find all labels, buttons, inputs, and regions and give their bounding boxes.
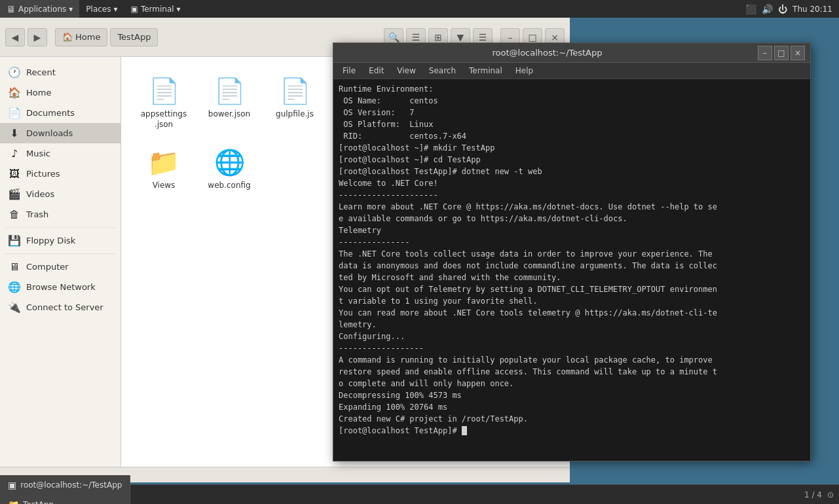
sidebar-icon-floppy: 💾 [8,234,21,247]
file-name: gulpfile.js [276,109,314,120]
terminal-menu-help[interactable]: Help [509,65,540,77]
power-icon[interactable]: ⏻ [778,4,787,14]
terminal-label: Terminal [141,5,174,14]
sidebar-icon-network: 🌐 [8,281,21,293]
sidebar-label-trash: Trash [26,209,48,219]
terminal-menu-edit[interactable]: Edit [362,65,390,77]
terminal-line: Expanding 100% 20764 ms [339,401,805,413]
terminal-line: A command is running to initially popula… [339,354,805,366]
places-label: Places [86,5,111,14]
taskbar-icon: 📁 [8,499,19,505]
scroll-icon: ⊙ [827,490,834,499]
volume-icon[interactable]: 🔊 [762,4,773,14]
sidebar-label-computer: Computer [26,262,69,272]
display-icon[interactable]: ⬛ [745,4,756,14]
terminal-line: Configuring... [339,331,805,342]
sidebar-label-server: Connect to Server [26,302,103,312]
terminal-line: RID: centos.7-x64 [339,130,805,142]
terminal-close-button[interactable]: × [791,46,805,60]
taskbar-item-testapp-task[interactable]: 📁 TestApp [0,495,130,505]
terminal-line: The .NET Core tools collect usage data i… [339,248,805,260]
sidebar-item-recent[interactable]: 🕐 Recent [0,62,121,82]
terminal-menubar: FileEditViewSearchTerminalHelp [333,63,810,79]
terminal-arrow: ▾ [177,5,181,14]
taskbar-right: 1 / 4 ⊙ [804,490,834,499]
sidebar-item-videos[interactable]: 🎬 Videos [0,184,121,204]
file-item[interactable]: 🌐web.config [200,141,259,196]
terminal-line: Learn more about .NET Core @ https://aka… [339,201,805,213]
back-button[interactable]: ◀ [5,28,25,46]
sidebar: 🕐 Recent🏠 Home📄 Documents⬇ Downloads♪ Mu… [0,57,121,467]
taskbar-label: TestApp [23,500,54,505]
sidebar-item-pictures[interactable]: 🖼 Pictures [0,164,121,184]
terminal-line: Telemetry [339,225,805,236]
sidebar-item-home[interactable]: 🏠 Home [0,82,121,103]
sidebar-item-music[interactable]: ♪ Music [0,143,121,164]
home-breadcrumb[interactable]: 🏠 Home [55,28,107,46]
sidebar-item-floppy[interactable]: 💾 Floppy Disk [0,230,121,251]
file-name: web.config [208,181,250,191]
sidebar-item-documents[interactable]: 📄 Documents [0,103,121,123]
sidebar-icon-pictures: 🖼 [8,168,21,180]
file-name: Views [153,181,176,191]
terminal-cursor [462,426,467,435]
location-bar: 🏠 Home TestApp [55,28,158,46]
taskbar-item-terminal-task[interactable]: ▣ root@localhost:~/TestApp [0,475,130,495]
folder-icon: 📁 [148,147,179,178]
sidebar-item-downloads[interactable]: ⬇ Downloads [0,123,121,143]
sidebar-icon-computer: 🖥 [8,261,21,273]
terminal-menu-file[interactable]: File [336,65,362,77]
terminal-maximize-icon: □ [777,48,785,58]
sidebar-label-home: Home [26,88,51,98]
terminal-line: --------------------- [339,189,805,201]
grid-view-icon: ⊞ [434,32,442,43]
back-icon: ◀ [12,32,19,43]
close-fm-icon: × [551,32,559,43]
terminal-menu-terminal[interactable]: Terminal [462,65,509,77]
system-bar: 🖥 Applications ▾ Places ▾ ▣ Terminal ▾ ⬛… [0,0,839,18]
terminal-icon: ▣ [131,5,138,14]
places-arrow: ▾ [114,5,118,14]
terminal-line: [root@localhost ~]# cd TestApp [339,154,805,166]
terminal-line: o complete and will only happen once. [339,378,805,389]
terminal-line: Decompressing 100% 4573 ms [339,389,805,401]
terminal-menu[interactable]: ▣ Terminal ▾ [124,0,187,18]
terminal-minimize-button[interactable]: – [758,46,772,60]
sidebar-item-computer[interactable]: 🖥 Computer [0,257,121,277]
sidebar-item-network[interactable]: 🌐 Browse Network [0,277,121,297]
testapp-label: TestApp [117,32,151,42]
sort-icon: ▼ [457,32,464,43]
terminal-maximize-button[interactable]: □ [774,46,789,60]
terminal-line: Runtime Environment: [339,83,805,95]
file-name: bower.json [208,109,250,120]
sidebar-label-music: Music [26,149,50,158]
terminal-menu-view[interactable]: View [390,65,422,77]
sidebar-label-recent: Recent [26,67,56,77]
sidebar-label-downloads: Downloads [26,128,73,138]
js-icon: 📄 [279,75,310,107]
terminal-line: OS Name: centos [339,95,805,107]
sidebar-item-server[interactable]: 🔌 Connect to Server [0,297,121,317]
terminal-line: t variable to 1 using your favorite shel… [339,295,805,307]
terminal-menu-search[interactable]: Search [422,65,462,77]
sidebar-icon-downloads: ⬇ [8,127,21,139]
terminal-line: OS Platform: Linux [339,118,805,130]
terminal-title: root@localhost:~/TestApp [339,48,756,58]
file-item[interactable]: 📄appsettings.json [134,70,193,135]
places-menu[interactable]: Places ▾ [79,0,124,18]
testapp-breadcrumb[interactable]: TestApp [110,28,158,46]
terminal-line: e available commands or go to https://ak… [339,213,805,225]
terminal-window: root@localhost:~/TestApp – □ × FileEditV… [333,43,811,461]
file-item[interactable]: 📄gulpfile.js [265,70,324,135]
applications-menu[interactable]: 🖥 Applications ▾ [0,0,79,18]
file-item[interactable]: 📄bower.json [200,70,259,135]
file-item[interactable]: 📁Views [134,141,193,196]
sidebar-icon-server: 🔌 [8,301,21,314]
terminal-line: lemetry. [339,319,805,331]
taskbar-items: ▣ root@localhost:~/TestApp📁 TestApp [0,475,130,505]
forward-button[interactable]: ▶ [28,28,47,46]
terminal-line: [root@localhost TestApp]# dotnet new -t … [339,166,805,177]
terminal-body[interactable]: Runtime Environment: OS Name: centos OS … [333,79,810,461]
sidebar-icon-documents: 📄 [8,107,21,119]
sidebar-item-trash[interactable]: 🗑 Trash [0,204,121,225]
